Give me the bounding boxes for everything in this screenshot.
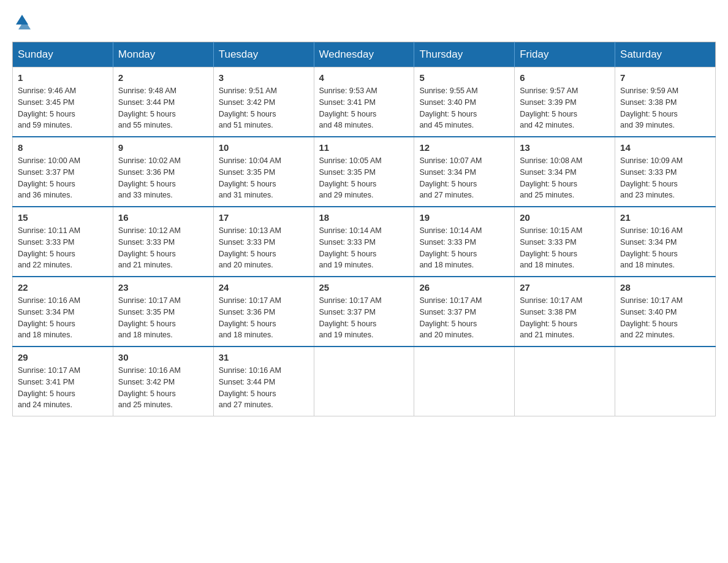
day-number: 20 xyxy=(520,212,610,223)
calendar-cell: 1Sunrise: 9:46 AMSunset: 3:45 PMDaylight… xyxy=(13,67,113,137)
day-number: 21 xyxy=(620,212,710,223)
day-info: Sunrise: 10:17 AMSunset: 3:41 PMDaylight… xyxy=(18,365,108,411)
calendar-cell: 3Sunrise: 9:51 AMSunset: 3:42 PMDaylight… xyxy=(213,67,314,137)
day-info: Sunrise: 9:55 AMSunset: 3:40 PMDaylight:… xyxy=(419,85,509,131)
day-number: 30 xyxy=(118,352,208,362)
calendar-cell xyxy=(615,347,716,416)
day-info: Sunrise: 10:02 AMSunset: 3:36 PMDaylight… xyxy=(118,155,208,201)
logo xyxy=(12,12,32,29)
day-info: Sunrise: 10:08 AMSunset: 3:34 PMDaylight… xyxy=(520,155,610,201)
day-info: Sunrise: 9:46 AMSunset: 3:45 PMDaylight:… xyxy=(18,85,108,131)
calendar-cell: 31Sunrise: 10:16 AMSunset: 3:44 PMDaylig… xyxy=(213,347,314,416)
calendar-cell: 28Sunrise: 10:17 AMSunset: 3:40 PMDaylig… xyxy=(615,277,716,347)
calendar-cell: 7Sunrise: 9:59 AMSunset: 3:38 PMDaylight… xyxy=(615,67,716,137)
calendar-header-saturday: Saturday xyxy=(615,42,716,67)
day-info: Sunrise: 10:11 AMSunset: 3:33 PMDaylight… xyxy=(18,225,108,271)
day-info: Sunrise: 10:13 AMSunset: 3:33 PMDaylight… xyxy=(219,225,309,271)
day-number: 16 xyxy=(118,212,208,223)
day-info: Sunrise: 10:07 AMSunset: 3:34 PMDaylight… xyxy=(419,155,509,201)
calendar-cell: 5Sunrise: 9:55 AMSunset: 3:40 PMDaylight… xyxy=(414,67,515,137)
calendar-header-sunday: Sunday xyxy=(13,42,113,67)
day-info: Sunrise: 10:16 AMSunset: 3:42 PMDaylight… xyxy=(118,365,208,411)
calendar-cell: 27Sunrise: 10:17 AMSunset: 3:38 PMDaylig… xyxy=(515,277,615,347)
day-info: Sunrise: 10:16 AMSunset: 3:34 PMDaylight… xyxy=(620,225,710,271)
calendar-cell: 30Sunrise: 10:16 AMSunset: 3:42 PMDaylig… xyxy=(113,347,213,416)
day-number: 1 xyxy=(18,72,108,83)
calendar-cell: 2Sunrise: 9:48 AMSunset: 3:44 PMDaylight… xyxy=(113,67,213,137)
day-info: Sunrise: 10:14 AMSunset: 3:33 PMDaylight… xyxy=(319,225,409,271)
day-number: 29 xyxy=(18,352,108,362)
day-info: Sunrise: 9:51 AMSunset: 3:42 PMDaylight:… xyxy=(219,85,309,131)
day-number: 8 xyxy=(18,142,108,153)
day-info: Sunrise: 10:14 AMSunset: 3:33 PMDaylight… xyxy=(419,225,509,271)
page-header xyxy=(12,12,716,29)
calendar-cell: 9Sunrise: 10:02 AMSunset: 3:36 PMDayligh… xyxy=(113,137,213,207)
calendar-cell: 8Sunrise: 10:00 AMSunset: 3:37 PMDayligh… xyxy=(13,137,113,207)
calendar-cell: 16Sunrise: 10:12 AMSunset: 3:33 PMDaylig… xyxy=(113,207,213,277)
day-info: Sunrise: 9:53 AMSunset: 3:41 PMDaylight:… xyxy=(319,85,409,131)
day-number: 23 xyxy=(118,282,208,293)
day-info: Sunrise: 10:17 AMSunset: 3:36 PMDaylight… xyxy=(219,295,309,341)
day-info: Sunrise: 10:16 AMSunset: 3:44 PMDaylight… xyxy=(219,365,309,411)
day-info: Sunrise: 10:17 AMSunset: 3:38 PMDaylight… xyxy=(520,295,610,341)
logo-icon xyxy=(13,12,31,29)
day-info: Sunrise: 10:15 AMSunset: 3:33 PMDaylight… xyxy=(520,225,610,271)
calendar-header-wednesday: Wednesday xyxy=(314,42,414,67)
calendar-cell: 26Sunrise: 10:17 AMSunset: 3:37 PMDaylig… xyxy=(414,277,515,347)
day-number: 19 xyxy=(419,212,509,223)
calendar-cell: 4Sunrise: 9:53 AMSunset: 3:41 PMDaylight… xyxy=(314,67,414,137)
day-info: Sunrise: 10:17 AMSunset: 3:37 PMDaylight… xyxy=(319,295,409,341)
day-info: Sunrise: 10:16 AMSunset: 3:34 PMDaylight… xyxy=(18,295,108,341)
calendar-table: SundayMondayTuesdayWednesdayThursdayFrid… xyxy=(12,42,716,416)
day-info: Sunrise: 9:59 AMSunset: 3:38 PMDaylight:… xyxy=(620,85,710,131)
day-info: Sunrise: 10:17 AMSunset: 3:35 PMDaylight… xyxy=(118,295,208,341)
day-info: Sunrise: 10:05 AMSunset: 3:35 PMDaylight… xyxy=(319,155,409,201)
day-number: 2 xyxy=(118,72,208,83)
calendar-cell: 29Sunrise: 10:17 AMSunset: 3:41 PMDaylig… xyxy=(13,347,113,416)
day-number: 22 xyxy=(18,282,108,293)
calendar-cell xyxy=(314,347,414,416)
day-number: 18 xyxy=(319,212,409,223)
calendar-cell: 22Sunrise: 10:16 AMSunset: 3:34 PMDaylig… xyxy=(13,277,113,347)
calendar-cell: 10Sunrise: 10:04 AMSunset: 3:35 PMDaylig… xyxy=(213,137,314,207)
day-number: 11 xyxy=(319,142,409,153)
day-number: 4 xyxy=(319,72,409,83)
day-number: 17 xyxy=(219,212,309,223)
calendar-cell: 18Sunrise: 10:14 AMSunset: 3:33 PMDaylig… xyxy=(314,207,414,277)
calendar-cell: 21Sunrise: 10:16 AMSunset: 3:34 PMDaylig… xyxy=(615,207,716,277)
calendar-cell: 24Sunrise: 10:17 AMSunset: 3:36 PMDaylig… xyxy=(213,277,314,347)
calendar-cell: 20Sunrise: 10:15 AMSunset: 3:33 PMDaylig… xyxy=(515,207,615,277)
day-number: 24 xyxy=(219,282,309,293)
calendar-cell: 11Sunrise: 10:05 AMSunset: 3:35 PMDaylig… xyxy=(314,137,414,207)
day-number: 15 xyxy=(18,212,108,223)
calendar-cell: 15Sunrise: 10:11 AMSunset: 3:33 PMDaylig… xyxy=(13,207,113,277)
calendar-cell: 6Sunrise: 9:57 AMSunset: 3:39 PMDaylight… xyxy=(515,67,615,137)
calendar-cell xyxy=(414,347,515,416)
day-info: Sunrise: 10:12 AMSunset: 3:33 PMDaylight… xyxy=(118,225,208,271)
day-number: 12 xyxy=(419,142,509,153)
day-number: 7 xyxy=(620,72,710,83)
day-number: 6 xyxy=(520,72,610,83)
day-info: Sunrise: 10:00 AMSunset: 3:37 PMDaylight… xyxy=(18,155,108,201)
day-info: Sunrise: 10:09 AMSunset: 3:33 PMDaylight… xyxy=(620,155,710,201)
calendar-cell: 12Sunrise: 10:07 AMSunset: 3:34 PMDaylig… xyxy=(414,137,515,207)
day-info: Sunrise: 10:17 AMSunset: 3:40 PMDaylight… xyxy=(620,295,710,341)
day-number: 3 xyxy=(219,72,309,83)
calendar-header-thursday: Thursday xyxy=(414,42,515,67)
calendar-cell: 19Sunrise: 10:14 AMSunset: 3:33 PMDaylig… xyxy=(414,207,515,277)
day-info: Sunrise: 10:17 AMSunset: 3:37 PMDaylight… xyxy=(419,295,509,341)
day-info: Sunrise: 9:48 AMSunset: 3:44 PMDaylight:… xyxy=(118,85,208,131)
day-info: Sunrise: 9:57 AMSunset: 3:39 PMDaylight:… xyxy=(520,85,610,131)
calendar-cell: 17Sunrise: 10:13 AMSunset: 3:33 PMDaylig… xyxy=(213,207,314,277)
day-number: 14 xyxy=(620,142,710,153)
calendar-header-monday: Monday xyxy=(113,42,213,67)
day-number: 26 xyxy=(419,282,509,293)
calendar-header-friday: Friday xyxy=(515,42,615,67)
day-number: 5 xyxy=(419,72,509,83)
calendar-cell: 23Sunrise: 10:17 AMSunset: 3:35 PMDaylig… xyxy=(113,277,213,347)
day-number: 13 xyxy=(520,142,610,153)
day-number: 9 xyxy=(118,142,208,153)
calendar-cell xyxy=(515,347,615,416)
day-number: 27 xyxy=(520,282,610,293)
day-number: 28 xyxy=(620,282,710,293)
